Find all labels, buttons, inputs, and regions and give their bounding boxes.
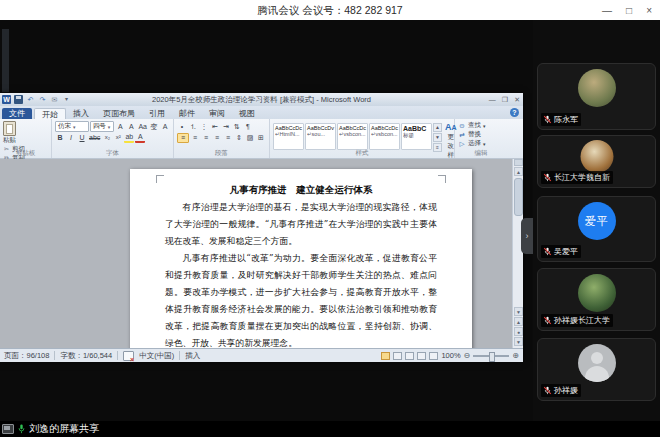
draft-view-icon[interactable] <box>429 352 438 360</box>
spellcheck-icon[interactable] <box>123 351 134 361</box>
tab-页面布局[interactable]: 页面布局 <box>96 108 142 119</box>
tab-引用[interactable]: 引用 <box>142 108 172 119</box>
zoom-slider-thumb[interactable] <box>489 352 495 362</box>
style-card-4[interactable]: AaBbC标题 <box>401 123 432 150</box>
ribbon-button[interactable]: ⇥ <box>221 122 231 131</box>
ribbon-button[interactable]: ⋮ <box>199 122 209 131</box>
scroll-down-icon[interactable]: ▼ <box>514 307 523 316</box>
ribbon-button[interactable]: ab <box>124 132 134 143</box>
tab-文件[interactable]: 文件 <box>2 108 32 119</box>
ribbon-button[interactable]: abc <box>88 133 101 142</box>
vertical-scrollbar[interactable]: ▲ ▼ ▲ ● ▼ <box>512 159 523 348</box>
participant-name-tag: 孙祥媛长江大学 <box>541 314 613 327</box>
ribbon-button[interactable]: ≡ <box>177 133 189 143</box>
ribbon-button[interactable]: A <box>135 132 145 143</box>
ribbon-button[interactable]: A <box>160 122 170 131</box>
document-canvas[interactable]: 凡事有序推进 建立健全运行体系 有序治理是大学治理的基石，是实现大学治理的现实路… <box>0 159 523 348</box>
ribbon-button[interactable]: x² <box>113 133 123 142</box>
style-card-3[interactable]: AaBbCcDc↵vsbcon... <box>369 123 400 150</box>
tab-审阅[interactable]: 审阅 <box>202 108 232 119</box>
ribbon-group-paragraph: •⒈⋮⇤⇥⇅¶ ≡≡≡≡≡⇕▨⊞ 段落 <box>174 119 270 158</box>
browse-object-icon[interactable]: ● <box>514 327 523 336</box>
zoom-level[interactable]: 100% <box>441 351 460 360</box>
ribbon-button[interactable]: x₂ <box>102 133 112 142</box>
avatar: 爱平 <box>578 202 616 240</box>
microphone-muted-icon <box>543 173 552 182</box>
participant-tile[interactable]: 爱平吴爱平 <box>537 196 656 262</box>
word-count[interactable]: 字数：1/60,544 <box>60 351 112 361</box>
style-card-2[interactable]: AaBbCcDc↵vsbcon... <box>337 123 368 150</box>
font-name-select[interactable]: 仿宋▾ <box>55 121 89 132</box>
ribbon-button[interactable]: ≡ <box>212 133 222 142</box>
print-layout-view-icon[interactable] <box>381 352 390 360</box>
ribbon-button[interactable]: A <box>126 122 136 131</box>
language-indicator[interactable]: 中文(中国) <box>139 351 174 361</box>
fullscreen-view-icon[interactable] <box>393 352 402 360</box>
browse-next-icon[interactable]: ▼ <box>514 337 523 346</box>
replace-button[interactable]: ⇄替换 <box>458 130 504 139</box>
ribbon-button[interactable]: ⇅ <box>232 122 242 131</box>
zoom-slider[interactable] <box>473 355 509 357</box>
sidebar-collapse-button[interactable]: › <box>521 218 533 254</box>
paste-button[interactable]: 粘贴 <box>3 121 16 145</box>
close-icon[interactable]: × <box>646 5 652 16</box>
participant-list: 陈永军长江大学魏自新爱平吴爱平孙祥媛长江大学孙祥媛 <box>533 20 660 421</box>
tab-开始[interactable]: 开始 <box>34 108 66 119</box>
participant-tile[interactable]: 陈永军 <box>537 63 656 130</box>
browse-prev-icon[interactable]: ▲ <box>514 317 523 326</box>
zoom-out-icon[interactable]: ⊖ <box>464 351 471 360</box>
ribbon-button[interactable]: ≡ <box>223 133 233 142</box>
gallery-down-icon[interactable]: ▼ <box>433 133 442 142</box>
document-body: 有序治理是大学治理的基石，是实现大学治理的现实路径，体现了大学治理的一般规律。“… <box>165 199 437 348</box>
outline-view-icon[interactable] <box>417 352 426 360</box>
scroll-up-icon[interactable]: ▲ <box>514 167 523 176</box>
ribbon-button[interactable]: A <box>115 122 125 131</box>
split-handle[interactable] <box>514 159 523 166</box>
maximize-icon[interactable]: □ <box>626 5 632 16</box>
microphone-muted-icon <box>543 115 552 124</box>
style-card-1[interactable]: AaBbCcDv↵sou... <box>305 123 336 150</box>
zoom-in-icon[interactable]: ⊕ <box>512 351 519 360</box>
ribbon-button[interactable]: • <box>177 122 187 131</box>
ribbon-button[interactable]: ≡ <box>201 133 211 142</box>
tab-视图[interactable]: 视图 <box>232 108 262 119</box>
ribbon-button[interactable]: U <box>77 133 87 142</box>
tab-插入[interactable]: 插入 <box>66 108 96 119</box>
font-size-select[interactable]: 四号▾ <box>90 121 115 132</box>
participant-tile[interactable]: 孙祥媛长江大学 <box>537 268 656 331</box>
ribbon-button[interactable]: ¶ <box>243 122 253 131</box>
participant-tile[interactable]: 长江大学魏自新 <box>537 135 656 188</box>
ribbon-button[interactable]: ▨ <box>245 133 255 142</box>
gallery-up-icon[interactable]: ▲ <box>433 123 442 132</box>
word-close-icon[interactable]: ✕ <box>514 96 520 104</box>
participant-name: 长江大学魏自新 <box>554 172 610 183</box>
word-minimize-icon[interactable]: — <box>489 96 496 103</box>
insert-mode[interactable]: 插入 <box>185 351 200 361</box>
ribbon-button[interactable]: Aa <box>137 122 148 131</box>
ribbon-button[interactable]: ⒈ <box>188 122 198 131</box>
tab-邮件[interactable]: 邮件 <box>172 108 202 119</box>
avatar <box>578 274 616 312</box>
find-button[interactable]: ⊙查找▾ <box>458 121 504 130</box>
ribbon-button[interactable]: ⇤ <box>210 122 220 131</box>
document-page[interactable]: 凡事有序推进 建立健全运行体系 有序治理是大学治理的基石，是实现大学治理的现实路… <box>130 169 472 348</box>
participant-name: 陈永军 <box>554 114 578 125</box>
ribbon-button[interactable]: B <box>55 133 65 142</box>
style-card-0[interactable]: AaBbCcDc↵HtmlN... <box>273 123 304 150</box>
paragraph-row2-buttons: ≡≡≡≡≡⇕▨⊞ <box>177 132 266 143</box>
participant-tile[interactable]: 孙祥媛 <box>537 338 656 401</box>
page-indicator[interactable]: 页面：96/108 <box>4 351 49 361</box>
web-layout-view-icon[interactable] <box>405 352 414 360</box>
sharing-bar: 刘逸的屏幕共享 <box>0 421 660 437</box>
help-icon[interactable]: ? <box>510 108 519 117</box>
ribbon-button[interactable]: I <box>66 133 76 142</box>
ribbon-button[interactable]: ⇕ <box>234 133 244 142</box>
ribbon-button[interactable]: ⊞ <box>256 133 266 142</box>
ribbon-button[interactable]: ≡ <box>190 133 200 142</box>
ribbon-button[interactable]: 变 <box>149 122 159 131</box>
select-button[interactable]: ▷选择▾ <box>458 139 504 148</box>
scrollbar-thumb[interactable] <box>514 178 523 216</box>
minimize-icon[interactable]: — <box>602 5 612 16</box>
microphone-muted-icon <box>543 247 552 256</box>
word-restore-icon[interactable]: ❐ <box>502 96 508 104</box>
